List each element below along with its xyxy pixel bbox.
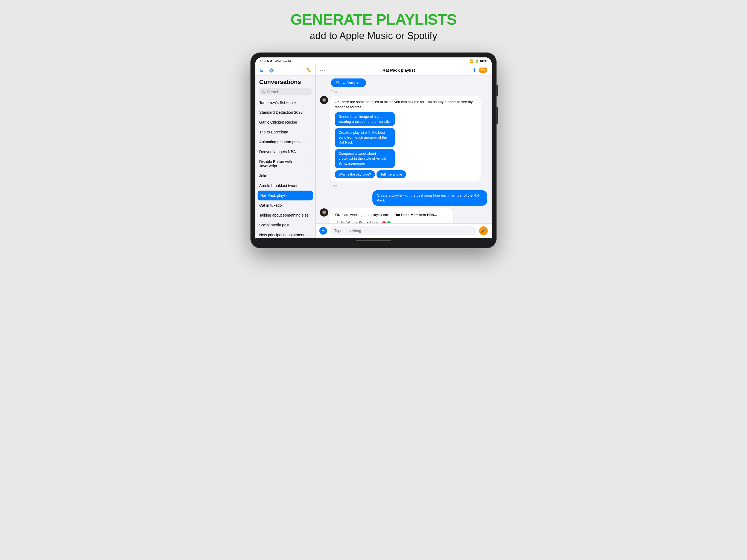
sidebar-item-label: Denver Nuggets NBA (259, 150, 310, 154)
sidebar-item[interactable]: New principal appointment› (255, 230, 315, 238)
sidebar-item-label: Animating a button press (259, 140, 310, 144)
playlist-song-item: My Way by Frank Sinatra ♪● (341, 220, 448, 223)
sidebar-toggle-icon[interactable]: ⊞ (259, 67, 265, 73)
ipad-screen: 1:38 PM Wed Jun 14 📶 🔋 100% ⊞ ⚙️ ✏️ (255, 57, 492, 244)
sidebar-item-label: Disable Button with JavaScript (259, 159, 310, 168)
status-time: 1:38 PM (260, 59, 272, 63)
chat-area: Rat Pack playlist ⬆ 25 Show Samples Free… (315, 65, 492, 238)
ai-intro-message: 🦁 OK, here are some samples of things yo… (320, 96, 487, 182)
user-message: Create a playlist with the best song fro… (320, 190, 487, 206)
sidebar-item[interactable]: Talking about something else› (255, 210, 315, 220)
home-bar (356, 240, 391, 241)
wifi-icon: 📶 (469, 59, 473, 63)
search-input[interactable] (267, 90, 309, 94)
message-input[interactable] (330, 226, 476, 235)
share-button[interactable]: ⬆ (472, 67, 476, 73)
sidebar-item-label: Standard Deduction 2022 (259, 110, 310, 114)
ai-avatar-2: 🦁 (320, 208, 328, 217)
sidebar-item[interactable]: Trip to Barcelona› (255, 127, 315, 137)
sidebar-icons: ⊞ ⚙️ (259, 67, 275, 73)
battery-icon: 🔋 100% (475, 59, 487, 63)
sidebar-item[interactable]: Rat Pack playlist› (258, 190, 313, 200)
settings-icon[interactable]: ⚙️ (268, 67, 275, 73)
show-samples-button[interactable]: Show Samples (331, 78, 366, 87)
chevron-right-icon: › (310, 110, 311, 114)
home-indicator (255, 238, 492, 244)
sidebar-item[interactable]: Animating a button press› (255, 137, 315, 147)
playlist-intro-text: OK, I am working on a playlist called: R… (335, 212, 448, 218)
chevron-right-icon: › (310, 101, 311, 104)
playlist-songs-list: My Way by Frank Sinatra ♪●Ain't That a K… (341, 220, 448, 223)
compose-icon[interactable]: ✏️ (306, 67, 312, 73)
sidebar-item-label: Cat in tuxedo (259, 203, 310, 207)
sample-prompt-button-sm[interactable]: Tell me a joke (377, 170, 406, 178)
page-subtitle: add to Apple Music or Spotify (290, 30, 456, 42)
ai-avatar-1: 🦁 (320, 96, 328, 104)
chevron-right-icon: › (310, 174, 311, 178)
app-layout: ⊞ ⚙️ ✏️ Conversations 🔍 Tomorrow's Sched… (255, 65, 492, 238)
sidebar-item-label: Rat Pack playlist (260, 193, 309, 198)
sidebar-item[interactable]: Standard Deduction 2022› (255, 107, 315, 117)
sidebar-title: Conversations (259, 78, 311, 85)
header-actions: ⬆ 25 (472, 67, 487, 73)
sidebar-title-bar: Conversations (255, 76, 315, 87)
sample-prompt-button[interactable]: Create a playlist with the best song fro… (335, 128, 395, 147)
search-box[interactable]: 🔍 (259, 88, 312, 96)
mic-button[interactable]: 🎤 (479, 226, 488, 235)
search-icon: 🔍 (261, 90, 265, 94)
count-badge: 25 (479, 68, 487, 73)
header-dots (320, 70, 325, 71)
sample-prompt-button[interactable]: Generate an image of a cat wearing a tux… (335, 112, 395, 126)
sidebar-item-label: Tomorrow's Schedule (259, 100, 310, 105)
sidebar-item-label: Arnold breakfast tweet (259, 183, 310, 188)
user-bubble: Create a playlist with the best song fro… (372, 190, 487, 206)
sample-btns-row: Why is the sky blue?Tell me a joke (335, 170, 476, 178)
chevron-right-icon: › (310, 140, 311, 144)
sidebar-item[interactable]: Arnold breakfast tweet› (255, 181, 315, 190)
sample-prompt-button[interactable]: Compose a tweet about breakfast in the s… (335, 149, 395, 169)
chevron-right-icon: › (310, 130, 311, 134)
sidebar-item-label: Trip to Barcelona (259, 130, 310, 134)
sidebar-item-label: Garlic Chicken Recipe (259, 120, 310, 124)
chevron-right-icon: › (309, 194, 310, 198)
sidebar-item-label: Social media post (259, 223, 310, 227)
chevron-right-icon: › (310, 120, 311, 124)
chevron-right-icon: › (310, 203, 311, 207)
sidebar-item-label: Talking about something else (259, 213, 310, 218)
chevron-right-icon: › (310, 233, 311, 237)
ai-playlist-message: 🦁 OK, I am working on a playlist called:… (320, 208, 487, 223)
sidebar-item[interactable]: Garlic Chicken Recipe› (255, 117, 315, 127)
status-right: 📶 🔋 100% (469, 59, 487, 63)
intro-text: OK, here are some samples of things you … (335, 99, 476, 110)
status-bar: 1:38 PM Wed Jun 14 📶 🔋 100% (255, 57, 492, 65)
chat-title: Rat Pack playlist (325, 68, 472, 73)
free-label-2: Free (331, 184, 487, 187)
ai-intro-bubble: OK, here are some samples of things you … (330, 96, 481, 182)
chat-header: Rat Pack playlist ⬆ 25 (315, 65, 492, 76)
sidebar-list: Tomorrow's Schedule›Standard Deduction 2… (255, 98, 315, 238)
sidebar-item-label: Joke (259, 174, 310, 178)
sidebar: ⊞ ⚙️ ✏️ Conversations 🔍 Tomorrow's Sched… (255, 65, 315, 238)
status-date: Wed Jun 14 (275, 59, 291, 63)
sidebar-toolbar: ⊞ ⚙️ ✏️ (255, 65, 315, 76)
chevron-right-icon: › (310, 162, 311, 166)
input-bar: + 🎤 (315, 223, 492, 238)
chevron-right-icon: › (310, 184, 311, 187)
sidebar-item[interactable]: Social media post› (255, 220, 315, 230)
sidebar-item-label: New principal appointment (259, 233, 310, 237)
page-title: GENERATE PLAYLISTS (290, 11, 456, 28)
add-attachment-button[interactable]: + (319, 227, 327, 235)
sidebar-item[interactable]: Disable Button with JavaScript› (255, 157, 315, 171)
chevron-right-icon: › (310, 223, 311, 227)
sidebar-item[interactable]: Denver Nuggets NBA› (255, 147, 315, 157)
sidebar-item[interactable]: Cat in tuxedo› (255, 200, 315, 210)
chevron-right-icon: › (310, 150, 311, 154)
messages-container[interactable]: Show Samples Free 🦁 OK, here are some sa… (315, 76, 492, 223)
playlist-block: OK, I am working on a playlist called: R… (330, 208, 453, 223)
free-label-1: Free (331, 90, 487, 93)
chevron-right-icon: › (310, 213, 311, 217)
ipad-device: 1:38 PM Wed Jun 14 📶 🔋 100% ⊞ ⚙️ ✏️ (251, 52, 496, 248)
sample-prompt-button-sm[interactable]: Why is the sky blue? (335, 170, 375, 178)
sidebar-item[interactable]: Joke› (255, 171, 315, 181)
sidebar-item[interactable]: Tomorrow's Schedule› (255, 98, 315, 107)
